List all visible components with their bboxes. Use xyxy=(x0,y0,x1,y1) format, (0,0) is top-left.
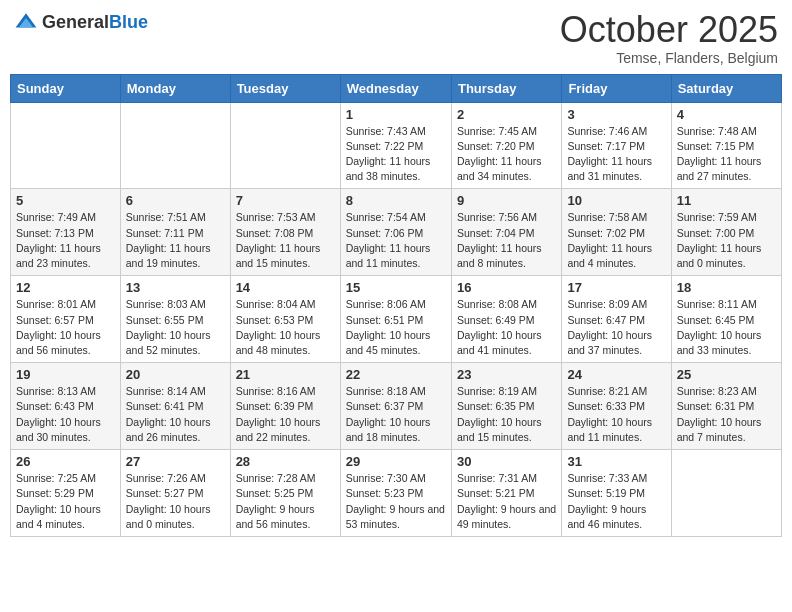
day-number: 15 xyxy=(346,280,446,295)
day-info: Sunrise: 8:04 AMSunset: 6:53 PMDaylight:… xyxy=(236,297,335,358)
weekday-header: Friday xyxy=(562,74,671,102)
day-info: Sunrise: 7:26 AMSunset: 5:27 PMDaylight:… xyxy=(126,471,225,532)
day-number: 10 xyxy=(567,193,665,208)
logo-general: General xyxy=(42,12,109,32)
calendar-cell: 20Sunrise: 8:14 AMSunset: 6:41 PMDayligh… xyxy=(120,363,230,450)
day-info: Sunrise: 7:59 AMSunset: 7:00 PMDaylight:… xyxy=(677,210,776,271)
logo-blue: Blue xyxy=(109,12,148,32)
day-info: Sunrise: 8:06 AMSunset: 6:51 PMDaylight:… xyxy=(346,297,446,358)
day-info: Sunrise: 7:28 AMSunset: 5:25 PMDaylight:… xyxy=(236,471,335,532)
weekday-header: Wednesday xyxy=(340,74,451,102)
calendar-cell: 2Sunrise: 7:45 AMSunset: 7:20 PMDaylight… xyxy=(451,102,561,189)
title-block: October 2025 Temse, Flanders, Belgium xyxy=(560,10,778,66)
weekday-header: Tuesday xyxy=(230,74,340,102)
calendar-week-row: 12Sunrise: 8:01 AMSunset: 6:57 PMDayligh… xyxy=(11,276,782,363)
calendar-cell: 19Sunrise: 8:13 AMSunset: 6:43 PMDayligh… xyxy=(11,363,121,450)
day-number: 6 xyxy=(126,193,225,208)
calendar-week-row: 26Sunrise: 7:25 AMSunset: 5:29 PMDayligh… xyxy=(11,450,782,537)
calendar-cell: 31Sunrise: 7:33 AMSunset: 5:19 PMDayligh… xyxy=(562,450,671,537)
day-info: Sunrise: 8:14 AMSunset: 6:41 PMDaylight:… xyxy=(126,384,225,445)
day-info: Sunrise: 8:21 AMSunset: 6:33 PMDaylight:… xyxy=(567,384,665,445)
day-info: Sunrise: 7:31 AMSunset: 5:21 PMDaylight:… xyxy=(457,471,556,532)
day-info: Sunrise: 8:23 AMSunset: 6:31 PMDaylight:… xyxy=(677,384,776,445)
day-info: Sunrise: 8:01 AMSunset: 6:57 PMDaylight:… xyxy=(16,297,115,358)
calendar-cell xyxy=(120,102,230,189)
day-number: 7 xyxy=(236,193,335,208)
day-number: 9 xyxy=(457,193,556,208)
day-info: Sunrise: 8:08 AMSunset: 6:49 PMDaylight:… xyxy=(457,297,556,358)
day-info: Sunrise: 8:11 AMSunset: 6:45 PMDaylight:… xyxy=(677,297,776,358)
day-info: Sunrise: 7:54 AMSunset: 7:06 PMDaylight:… xyxy=(346,210,446,271)
day-number: 3 xyxy=(567,107,665,122)
weekday-header: Saturday xyxy=(671,74,781,102)
day-number: 17 xyxy=(567,280,665,295)
calendar-cell xyxy=(671,450,781,537)
day-info: Sunrise: 7:33 AMSunset: 5:19 PMDaylight:… xyxy=(567,471,665,532)
calendar-cell: 24Sunrise: 8:21 AMSunset: 6:33 PMDayligh… xyxy=(562,363,671,450)
day-info: Sunrise: 8:19 AMSunset: 6:35 PMDaylight:… xyxy=(457,384,556,445)
page-header: GeneralBlue October 2025 Temse, Flanders… xyxy=(10,10,782,66)
calendar-cell: 13Sunrise: 8:03 AMSunset: 6:55 PMDayligh… xyxy=(120,276,230,363)
calendar-cell: 25Sunrise: 8:23 AMSunset: 6:31 PMDayligh… xyxy=(671,363,781,450)
weekday-header: Thursday xyxy=(451,74,561,102)
day-info: Sunrise: 7:25 AMSunset: 5:29 PMDaylight:… xyxy=(16,471,115,532)
logo-icon xyxy=(14,10,38,34)
calendar-cell: 7Sunrise: 7:53 AMSunset: 7:08 PMDaylight… xyxy=(230,189,340,276)
calendar-cell: 21Sunrise: 8:16 AMSunset: 6:39 PMDayligh… xyxy=(230,363,340,450)
calendar-cell: 12Sunrise: 8:01 AMSunset: 6:57 PMDayligh… xyxy=(11,276,121,363)
day-info: Sunrise: 8:03 AMSunset: 6:55 PMDaylight:… xyxy=(126,297,225,358)
calendar-cell: 18Sunrise: 8:11 AMSunset: 6:45 PMDayligh… xyxy=(671,276,781,363)
calendar-cell: 23Sunrise: 8:19 AMSunset: 6:35 PMDayligh… xyxy=(451,363,561,450)
day-info: Sunrise: 7:43 AMSunset: 7:22 PMDaylight:… xyxy=(346,124,446,185)
calendar-cell: 28Sunrise: 7:28 AMSunset: 5:25 PMDayligh… xyxy=(230,450,340,537)
month-title: October 2025 xyxy=(560,10,778,50)
weekday-header: Monday xyxy=(120,74,230,102)
day-number: 4 xyxy=(677,107,776,122)
calendar-header-row: SundayMondayTuesdayWednesdayThursdayFrid… xyxy=(11,74,782,102)
day-info: Sunrise: 8:16 AMSunset: 6:39 PMDaylight:… xyxy=(236,384,335,445)
day-info: Sunrise: 8:18 AMSunset: 6:37 PMDaylight:… xyxy=(346,384,446,445)
day-number: 12 xyxy=(16,280,115,295)
calendar-cell: 29Sunrise: 7:30 AMSunset: 5:23 PMDayligh… xyxy=(340,450,451,537)
day-number: 23 xyxy=(457,367,556,382)
day-number: 5 xyxy=(16,193,115,208)
day-number: 25 xyxy=(677,367,776,382)
calendar-cell: 17Sunrise: 8:09 AMSunset: 6:47 PMDayligh… xyxy=(562,276,671,363)
day-info: Sunrise: 7:46 AMSunset: 7:17 PMDaylight:… xyxy=(567,124,665,185)
day-info: Sunrise: 7:58 AMSunset: 7:02 PMDaylight:… xyxy=(567,210,665,271)
day-number: 1 xyxy=(346,107,446,122)
calendar-cell: 30Sunrise: 7:31 AMSunset: 5:21 PMDayligh… xyxy=(451,450,561,537)
day-number: 29 xyxy=(346,454,446,469)
calendar-cell: 3Sunrise: 7:46 AMSunset: 7:17 PMDaylight… xyxy=(562,102,671,189)
day-number: 27 xyxy=(126,454,225,469)
calendar-cell: 6Sunrise: 7:51 AMSunset: 7:11 PMDaylight… xyxy=(120,189,230,276)
day-number: 2 xyxy=(457,107,556,122)
calendar-cell xyxy=(230,102,340,189)
day-info: Sunrise: 8:09 AMSunset: 6:47 PMDaylight:… xyxy=(567,297,665,358)
calendar-week-row: 5Sunrise: 7:49 AMSunset: 7:13 PMDaylight… xyxy=(11,189,782,276)
day-number: 22 xyxy=(346,367,446,382)
day-number: 16 xyxy=(457,280,556,295)
calendar-cell: 26Sunrise: 7:25 AMSunset: 5:29 PMDayligh… xyxy=(11,450,121,537)
calendar-cell: 14Sunrise: 8:04 AMSunset: 6:53 PMDayligh… xyxy=(230,276,340,363)
day-number: 31 xyxy=(567,454,665,469)
day-number: 24 xyxy=(567,367,665,382)
day-info: Sunrise: 7:51 AMSunset: 7:11 PMDaylight:… xyxy=(126,210,225,271)
calendar-cell: 4Sunrise: 7:48 AMSunset: 7:15 PMDaylight… xyxy=(671,102,781,189)
calendar-week-row: 1Sunrise: 7:43 AMSunset: 7:22 PMDaylight… xyxy=(11,102,782,189)
calendar-cell: 16Sunrise: 8:08 AMSunset: 6:49 PMDayligh… xyxy=(451,276,561,363)
day-info: Sunrise: 7:30 AMSunset: 5:23 PMDaylight:… xyxy=(346,471,446,532)
day-info: Sunrise: 7:48 AMSunset: 7:15 PMDaylight:… xyxy=(677,124,776,185)
calendar-week-row: 19Sunrise: 8:13 AMSunset: 6:43 PMDayligh… xyxy=(11,363,782,450)
day-number: 26 xyxy=(16,454,115,469)
day-number: 20 xyxy=(126,367,225,382)
calendar-cell: 9Sunrise: 7:56 AMSunset: 7:04 PMDaylight… xyxy=(451,189,561,276)
day-number: 30 xyxy=(457,454,556,469)
calendar-cell: 8Sunrise: 7:54 AMSunset: 7:06 PMDaylight… xyxy=(340,189,451,276)
location-title: Temse, Flanders, Belgium xyxy=(560,50,778,66)
day-number: 11 xyxy=(677,193,776,208)
day-number: 13 xyxy=(126,280,225,295)
calendar-cell xyxy=(11,102,121,189)
day-number: 18 xyxy=(677,280,776,295)
day-info: Sunrise: 7:56 AMSunset: 7:04 PMDaylight:… xyxy=(457,210,556,271)
